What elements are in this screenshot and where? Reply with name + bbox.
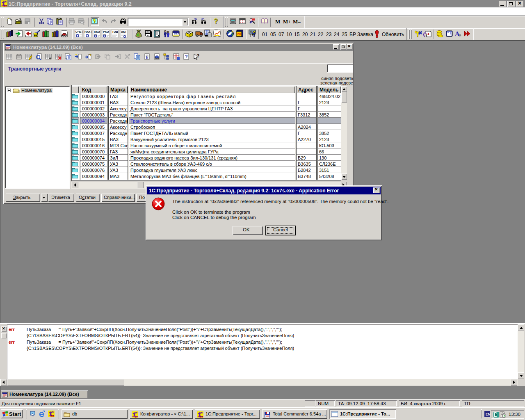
svg-text:ПКО: ПКО (94, 30, 100, 33)
svg-text:b: b (146, 56, 148, 60)
svg-text:07: 07 (200, 415, 203, 418)
svg-text:A: A (455, 30, 460, 37)
svg-text:VISA: VISA (174, 32, 179, 35)
svg-text:07: 07 (135, 415, 138, 418)
svg-text:?: ? (185, 54, 188, 59)
svg-text:ЯАКТ: ЯАКТ (84, 30, 91, 33)
svg-text:20: 20 (237, 32, 241, 36)
svg-text:$: $ (137, 33, 139, 37)
svg-text:?: ? (197, 54, 199, 58)
svg-text:ТОВ: ТОВ (112, 30, 118, 33)
svg-text:АКТ: АКТ (121, 30, 127, 33)
svg-text:07: 07 (51, 415, 55, 417)
svg-text:СЧЕТ: СЧЕТ (75, 30, 82, 33)
svg-text:РКО: РКО (103, 30, 109, 33)
svg-text:07: 07 (4, 5, 7, 7)
